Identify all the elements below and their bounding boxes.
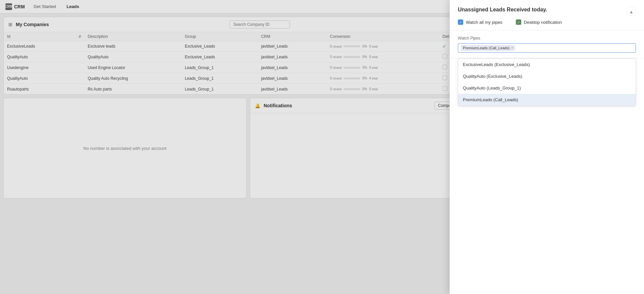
dropdown-item-premium[interactable]: PremiumLeads (Call_Leads): [458, 94, 636, 106]
popup-header: Unassigned Leads Received today. Watch a…: [450, 0, 644, 31]
pipe-tag-label: PremiumLeads (Call_Leads): [463, 46, 509, 50]
pipe-tag-remove-icon[interactable]: ×: [511, 46, 513, 50]
chevron-up-icon: ▴: [630, 8, 633, 15]
watch-pipes-label: Watch Pipes: [458, 36, 636, 41]
popup-title: Unassigned Leads Received today.: [458, 7, 627, 13]
desktop-notif-label: Desktop notification: [524, 20, 562, 25]
watch-pipes-section: Watch Pipes PremiumLeads (Call_Leads) ×: [450, 31, 644, 58]
dropdown-item-quality-exclusive[interactable]: QualityAuto (Exclusive_Leads): [458, 70, 636, 82]
pipe-tag: PremiumLeads (Call_Leads) ×: [461, 45, 515, 51]
popup-card: Unassigned Leads Received today. Watch a…: [449, 0, 644, 294]
watch-pipes-input[interactable]: PremiumLeads (Call_Leads) ×: [458, 43, 636, 53]
desktop-notif-option[interactable]: Desktop notification: [516, 19, 562, 25]
popup-title-area: Unassigned Leads Received today. Watch a…: [458, 7, 627, 25]
dropdown-item-quality-leads[interactable]: QualityAuto (Leads_Group_1): [458, 82, 636, 94]
watch-all-option[interactable]: Watch all my pipes: [458, 19, 502, 25]
watch-all-label: Watch all my pipes: [466, 20, 502, 25]
collapse-button[interactable]: ▴: [627, 7, 636, 16]
dropdown-item-exclusive[interactable]: ExclusiveLeads (Exclusive_Leads): [458, 59, 636, 70]
pipe-dropdown-list: ExclusiveLeads (Exclusive_Leads)QualityA…: [458, 58, 636, 106]
pipe-search-input[interactable]: [517, 46, 633, 50]
popup-options: Watch all my pipes Desktop notification: [458, 19, 627, 25]
popup-overlay[interactable]: Unassigned Leads Received today. Watch a…: [0, 0, 644, 294]
watch-all-checkbox[interactable]: [458, 19, 463, 25]
desktop-notif-checkbox[interactable]: [516, 19, 521, 25]
